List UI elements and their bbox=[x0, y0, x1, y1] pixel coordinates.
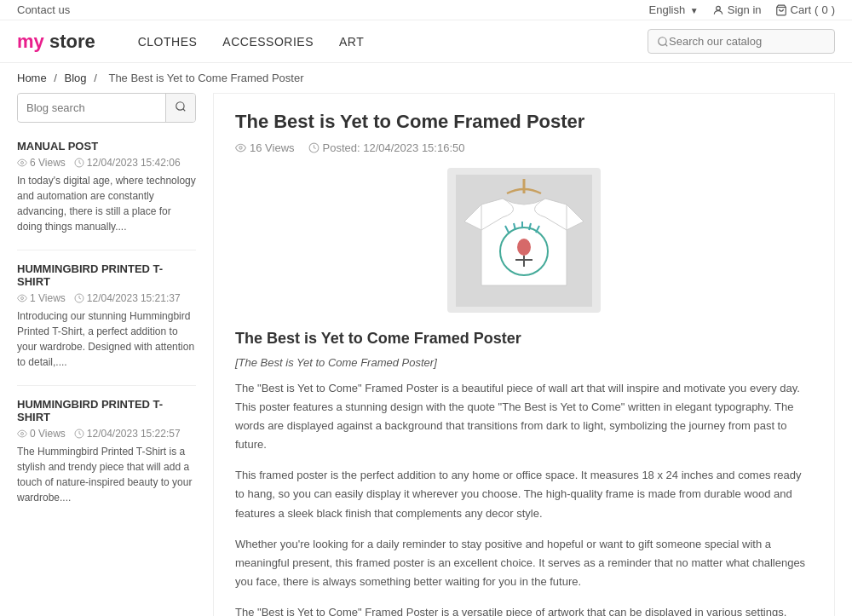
sidebar-post-3-meta: 0 Views 12/04/2023 15:22:57 bbox=[17, 428, 196, 440]
language-dropdown-arrow: ▼ bbox=[690, 6, 699, 15]
nav-item-accessories[interactable]: ACCESSORIES bbox=[222, 35, 314, 49]
search-icon bbox=[657, 36, 669, 48]
eye-icon bbox=[17, 293, 27, 303]
sidebar-divider-2 bbox=[17, 385, 196, 386]
top-bar-right: English ▼ Sign in Cart (0) bbox=[649, 3, 835, 16]
main-layout: MANUAL POST 6 Views 12/04/2023 15:42:06 … bbox=[0, 93, 852, 616]
sidebar-search-input[interactable] bbox=[18, 95, 165, 121]
article-image bbox=[447, 168, 601, 313]
sidebar-search-icon bbox=[175, 101, 187, 112]
logo-my: my bbox=[17, 31, 44, 52]
breadcrumb-blog[interactable]: Blog bbox=[65, 72, 87, 84]
sidebar-post-3-datetime: 12/04/2023 15:22:57 bbox=[74, 428, 181, 440]
header: my store CLOTHES ACCESSORIES ART bbox=[0, 20, 852, 63]
article-body: The "Best is Yet to Come" Framed Poster … bbox=[235, 379, 813, 616]
breadcrumb-current: The Best is Yet to Come Framed Poster bbox=[108, 72, 303, 84]
sidebar-post-3-views: 0 Views bbox=[17, 428, 66, 440]
search-box[interactable] bbox=[648, 29, 835, 54]
logo-store: store bbox=[44, 31, 95, 52]
clock-icon bbox=[74, 293, 84, 303]
clock-icon bbox=[74, 158, 84, 168]
article-content: The Best is Yet to Come Framed Poster 16… bbox=[213, 93, 835, 616]
sidebar-search-button[interactable] bbox=[165, 94, 195, 122]
sidebar: MANUAL POST 6 Views 12/04/2023 15:42:06 … bbox=[17, 93, 196, 521]
sidebar-post-1-views: 6 Views bbox=[17, 157, 66, 169]
article-posted: Posted: 12/04/2023 15:16:50 bbox=[308, 141, 465, 154]
svg-point-0 bbox=[716, 6, 720, 10]
sidebar-post-1-datetime: 12/04/2023 15:42:06 bbox=[74, 157, 181, 169]
sidebar-post-2-meta: 1 Views 12/04/2023 15:21:37 bbox=[17, 292, 196, 304]
article-subtitle: The Best is Yet to Come Framed Poster bbox=[235, 330, 813, 348]
main-nav: CLOTHES ACCESSORIES ART bbox=[138, 35, 630, 49]
user-icon bbox=[712, 4, 724, 16]
search-input[interactable] bbox=[669, 35, 826, 48]
sidebar-post-3-title[interactable]: HUMMINGBIRD PRINTED T-SHIRT bbox=[17, 398, 196, 423]
sidebar-post-2: HUMMINGBIRD PRINTED T-SHIRT 1 Views 12/0… bbox=[17, 262, 196, 370]
signin-link[interactable]: Sign in bbox=[712, 3, 762, 16]
logo[interactable]: my store bbox=[17, 31, 95, 53]
clock-icon bbox=[308, 142, 320, 153]
sidebar-post-1-title[interactable]: MANUAL POST bbox=[17, 140, 196, 153]
article-views: 16 Views bbox=[235, 141, 295, 154]
sidebar-post-1-excerpt: In today's digital age, where technology… bbox=[17, 173, 196, 234]
contact-link[interactable]: Contact us bbox=[17, 3, 70, 16]
article-title: The Best is Yet to Come Framed Poster bbox=[235, 111, 813, 133]
nav-item-clothes[interactable]: CLOTHES bbox=[138, 35, 198, 49]
eye-icon bbox=[17, 158, 27, 168]
nav-item-art[interactable]: ART bbox=[339, 35, 364, 49]
top-bar: Contact us English ▼ Sign in Cart (0) bbox=[0, 0, 852, 20]
breadcrumb-sep-1: / bbox=[54, 72, 60, 84]
svg-line-3 bbox=[665, 43, 668, 46]
eye-icon bbox=[17, 429, 27, 439]
svg-point-2 bbox=[659, 37, 666, 44]
sidebar-post-2-views: 1 Views bbox=[17, 292, 66, 304]
eye-icon bbox=[235, 142, 246, 153]
breadcrumb-sep-2: / bbox=[94, 72, 100, 84]
article-img-caption: [The Best is Yet to Come Framed Poster] bbox=[235, 356, 813, 369]
svg-point-6 bbox=[21, 162, 24, 164]
language-selector[interactable]: English ▼ bbox=[649, 3, 699, 16]
cart-link[interactable]: Cart (0) bbox=[775, 3, 835, 16]
svg-point-4 bbox=[176, 102, 184, 110]
article-para-1: The "Best is Yet to Come" Framed Poster … bbox=[235, 379, 813, 454]
sidebar-search-box[interactable] bbox=[17, 93, 196, 123]
article-para-2: This framed poster is the perfect additi… bbox=[235, 466, 813, 522]
article-para-4: The "Best is Yet to Come" Framed Poster … bbox=[235, 603, 813, 616]
article-para-3: Whether you're looking for a daily remin… bbox=[235, 535, 813, 591]
svg-point-12 bbox=[239, 147, 242, 149]
sidebar-post-1: MANUAL POST 6 Views 12/04/2023 15:42:06 … bbox=[17, 140, 196, 234]
svg-point-17 bbox=[517, 239, 531, 256]
svg-line-5 bbox=[183, 109, 186, 112]
sidebar-divider-1 bbox=[17, 250, 196, 250]
breadcrumb-home[interactable]: Home bbox=[17, 72, 47, 84]
breadcrumb: Home / Blog / The Best is Yet to Come Fr… bbox=[0, 63, 852, 93]
sidebar-post-2-title[interactable]: HUMMINGBIRD PRINTED T-SHIRT bbox=[17, 262, 196, 288]
article-meta: 16 Views Posted: 12/04/2023 15:16:50 bbox=[235, 141, 813, 154]
sidebar-post-3-excerpt: The Hummingbird Printed T-Shirt is a sty… bbox=[17, 444, 196, 505]
cart-icon bbox=[775, 4, 787, 16]
sidebar-post-2-datetime: 12/04/2023 15:21:37 bbox=[74, 292, 181, 304]
sidebar-post-3: HUMMINGBIRD PRINTED T-SHIRT 0 Views 12/0… bbox=[17, 398, 196, 505]
sidebar-post-2-excerpt: Introducing our stunning Hummingbird Pri… bbox=[17, 308, 196, 370]
clock-icon bbox=[74, 429, 84, 439]
sidebar-post-1-meta: 6 Views 12/04/2023 15:42:06 bbox=[17, 157, 196, 169]
tshirt-image bbox=[456, 175, 592, 307]
svg-point-8 bbox=[21, 297, 24, 300]
article-image-container bbox=[235, 168, 813, 313]
svg-point-10 bbox=[21, 433, 24, 435]
